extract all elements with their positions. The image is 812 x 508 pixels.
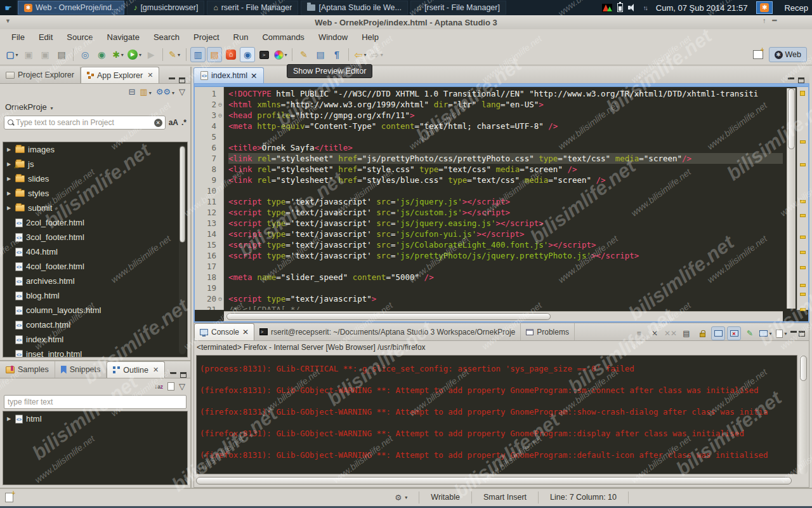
occurrence-marker[interactable] xyxy=(800,163,806,166)
occurrence-marker[interactable] xyxy=(800,293,806,296)
word-wrap-button[interactable]: ✎ xyxy=(743,326,757,340)
window-titlebar[interactable]: ▼ Web - OrnekProje/index.html - Aptana S… xyxy=(0,15,812,29)
occurrence-marker[interactable] xyxy=(800,284,806,287)
explorer-tab-1[interactable]: App Explorer✕ xyxy=(81,67,159,83)
window-controls[interactable]: ↑━ xyxy=(763,17,783,25)
occurrence-marker[interactable] xyxy=(800,140,806,144)
expand-arrow-icon[interactable]: ▶ xyxy=(7,416,12,422)
new-wizard-button[interactable]: ▢▾ xyxy=(4,47,20,62)
menu-run[interactable]: Run xyxy=(227,30,255,44)
fold-marker-icon[interactable]: ⊖ xyxy=(216,293,224,304)
tree-item-slides[interactable]: ▶slides xyxy=(3,171,187,186)
print-button[interactable]: ▤ xyxy=(54,47,69,62)
menu-source[interactable]: Source xyxy=(60,30,99,44)
overview-ruler[interactable] xyxy=(797,87,808,310)
system-monitor-icon[interactable] xyxy=(602,4,612,12)
occurrence-marker[interactable] xyxy=(800,91,805,96)
window-menu-icon[interactable]: ▼ xyxy=(5,18,11,24)
occurrence-marker[interactable] xyxy=(800,266,806,269)
tree-item-2col_footer.html[interactable]: <>2col_footer.html xyxy=(3,215,187,230)
outline-tab-1[interactable]: Snippets xyxy=(55,361,107,378)
tree-item-styles[interactable]: ▶styles xyxy=(3,186,187,201)
view-menu-button[interactable]: ▽ xyxy=(179,87,185,97)
show-tags-toggle[interactable]: ▤ xyxy=(207,47,222,62)
tree-item-blog.html[interactable]: <>blog.html xyxy=(3,288,187,303)
editor-horizontal-scrollbar[interactable] xyxy=(224,311,783,321)
menu-file[interactable]: File xyxy=(5,30,31,44)
clear-search-icon[interactable]: ✕ xyxy=(154,119,162,127)
display-console-dropdown[interactable]: ▾ xyxy=(759,326,773,340)
outline-tab-0[interactable]: Samples xyxy=(0,361,55,378)
aptana-tray-icon[interactable]: ✱ xyxy=(756,1,773,14)
close-tab-icon[interactable]: ✕ xyxy=(147,71,153,79)
menu-help[interactable]: Help xyxy=(355,30,385,44)
taskbar-item-1[interactable]: ♪[gmusicbrowser] xyxy=(127,1,204,15)
taskbar-item-0[interactable]: ✱Web - OrnekProje/ind... xyxy=(18,1,124,15)
remove-launch-button[interactable]: ✕ xyxy=(648,326,662,340)
menu-navigate[interactable]: Navigate xyxy=(101,30,146,44)
tree-item-404.html[interactable]: <>404.html xyxy=(3,244,187,259)
sort-button[interactable]: ↓az xyxy=(154,383,163,390)
open-perspective-button[interactable] xyxy=(750,47,766,62)
external-tools-button-dropdown[interactable]: ▾ xyxy=(178,52,180,58)
run-button[interactable]: ▶▾ xyxy=(127,47,142,62)
clock[interactable]: Cum, 07 Şub 2014 21:57 xyxy=(656,3,748,13)
menu-project[interactable]: Project xyxy=(187,30,225,44)
back-button-dropdown[interactable]: ▾ xyxy=(364,52,367,58)
package-presentation-button[interactable]: ▥▾ xyxy=(140,87,151,97)
tree-item-js[interactable]: ▶js xyxy=(3,157,187,171)
expand-arrow-icon[interactable]: ▶ xyxy=(7,176,12,182)
regex-button[interactable]: .* xyxy=(181,118,187,127)
outline-view-menu-button[interactable]: ▽ xyxy=(179,382,185,391)
console-tab-0[interactable]: Console✕ xyxy=(194,323,254,340)
console-vertical-scrollbar[interactable] xyxy=(799,355,808,474)
clear-console-button[interactable]: ▤ xyxy=(679,326,693,340)
menu-commands[interactable]: Commands xyxy=(256,30,310,44)
taskbar-item-3[interactable]: [Aptana Studio ile We... xyxy=(301,1,407,15)
expand-arrow-icon[interactable]: ▶ xyxy=(7,205,12,211)
network-arrows-icon[interactable]: ↑↓ xyxy=(643,4,647,11)
back-button[interactable]: ⇦▾ xyxy=(353,47,368,62)
fold-marker-icon[interactable]: ⊖ xyxy=(216,110,224,121)
app-launcher-icon[interactable]: ☛ xyxy=(0,0,16,15)
occurrence-marker[interactable] xyxy=(800,251,806,254)
show-stderr-toggle[interactable]: ✕ xyxy=(727,326,741,340)
debug-button[interactable]: ✱▾ xyxy=(110,47,126,62)
run-button-dropdown[interactable]: ▾ xyxy=(139,52,141,58)
color-palette-button-dropdown[interactable]: ▾ xyxy=(285,52,287,58)
explorer-tab-0[interactable]: Project Explorer xyxy=(0,67,81,83)
menu-search[interactable]: Search xyxy=(147,30,186,44)
volume-icon[interactable] xyxy=(628,4,638,11)
open-console-dropdown[interactable]: ▾ xyxy=(775,326,789,340)
tree-item-contact.html[interactable]: <>contact.html xyxy=(3,318,187,332)
battery-icon[interactable] xyxy=(617,3,623,12)
tree-scrollbar[interactable] xyxy=(179,145,186,354)
tree-item-column_layouts.html[interactable]: <>column_layouts.html xyxy=(3,303,187,318)
minimize-editor-icon[interactable] xyxy=(788,77,794,79)
minimize-view-icon[interactable] xyxy=(170,372,176,374)
show-preview-button[interactable]: ◉ xyxy=(240,47,255,62)
occurrence-marker[interactable] xyxy=(800,200,806,203)
console-tab-1[interactable]: >rserit@recepserit: ~/Documents/Aptana S… xyxy=(254,323,521,340)
expand-arrow-icon[interactable]: ▶ xyxy=(7,161,12,167)
terminal-button[interactable]: > xyxy=(256,47,272,62)
pin-console-button[interactable] xyxy=(711,326,725,340)
minimize-view-icon[interactable] xyxy=(169,77,175,79)
outline-item-html[interactable]: ▶<>html xyxy=(3,411,187,426)
outline-tab-2[interactable]: Outline✕ xyxy=(107,361,165,378)
occurrence-marker[interactable] xyxy=(800,236,806,239)
settings-gears-button[interactable]: ⚙⚙▾ xyxy=(156,87,174,97)
console-horizontal-scrollbar[interactable] xyxy=(196,476,797,486)
menu-window[interactable]: Window xyxy=(312,30,354,44)
deploy-button[interactable]: ◎ xyxy=(77,47,93,62)
maximize-editor-icon[interactable] xyxy=(798,77,804,83)
close-tab-icon[interactable]: ✕ xyxy=(153,366,159,374)
pilcrow-button[interactable]: ¶ xyxy=(329,47,344,62)
tree-item-index.html[interactable]: <>index.html xyxy=(3,332,187,347)
occurrence-marker[interactable] xyxy=(800,214,806,217)
occurrence-marker[interactable] xyxy=(800,308,806,311)
format-button[interactable]: ✎ xyxy=(296,47,311,62)
tree-item-3col_footer.html[interactable]: <>3col_footer.html xyxy=(3,230,187,244)
web-perspective-button[interactable]: ✱ Web xyxy=(769,47,807,62)
expand-arrow-icon[interactable]: ▶ xyxy=(7,147,12,152)
